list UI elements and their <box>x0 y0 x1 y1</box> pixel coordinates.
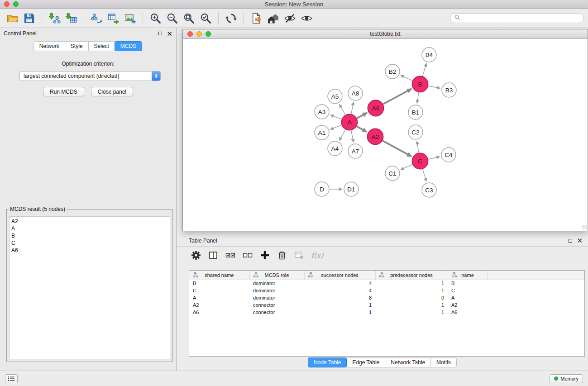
table-row[interactable]: A2connector11A2 <box>189 301 584 309</box>
first-neighbors-button[interactable] <box>265 10 282 27</box>
run-mcds-button[interactable]: Run MCDS <box>43 87 84 96</box>
edge-C-C2[interactable] <box>417 141 419 153</box>
delete-column-button[interactable] <box>277 250 287 261</box>
node-C[interactable]: C <box>412 153 428 169</box>
cell[interactable]: A6 <box>189 309 249 316</box>
edge-A-A5[interactable] <box>339 104 345 115</box>
node-A4[interactable]: A4 <box>328 141 342 156</box>
edge-A-A2[interactable] <box>357 126 367 132</box>
node-A8[interactable]: A8 <box>348 86 363 100</box>
float-table-panel-icon[interactable] <box>569 239 572 243</box>
node-table-grid[interactable]: shared nameMCDS rolesuccessor nodesprede… <box>189 271 584 316</box>
node-B3[interactable]: B3 <box>442 83 456 97</box>
edge-B-B2[interactable] <box>401 75 412 81</box>
toggle-columns-button[interactable] <box>208 250 219 261</box>
show-details-button[interactable] <box>298 10 315 27</box>
cell[interactable]: connector <box>249 309 304 316</box>
cell[interactable]: A2 <box>189 301 249 309</box>
table-row[interactable]: A6connector11A6 <box>189 309 584 316</box>
edge-A2-C[interactable] <box>382 141 411 157</box>
cell[interactable]: A2 <box>448 301 488 309</box>
node-A[interactable]: A <box>342 114 358 130</box>
column-header-predecessor-nodes[interactable]: predecessor nodes <box>375 271 448 280</box>
network-window-titlebar[interactable]: testGlobe.txt <box>183 29 588 39</box>
node-B4[interactable]: B4 <box>422 48 436 62</box>
cell[interactable]: 4 <box>304 280 375 287</box>
cell[interactable]: 1 <box>375 287 448 294</box>
node-table[interactable]: shared nameMCDS rolesuccessor nodesprede… <box>189 270 585 357</box>
tab-style[interactable]: Style <box>65 41 89 51</box>
import-network-button[interactable] <box>46 10 63 27</box>
cell[interactable]: 1 <box>304 301 375 309</box>
close-window-button[interactable] <box>4 1 10 7</box>
cell[interactable]: A6 <box>448 309 488 316</box>
node-B1[interactable]: B1 <box>408 105 423 119</box>
network-close-button[interactable] <box>187 31 193 37</box>
edge-B-B1[interactable] <box>417 92 419 103</box>
node-B2[interactable]: B2 <box>385 64 400 79</box>
cell[interactable]: 1 <box>375 301 448 309</box>
cell[interactable]: A <box>448 294 488 301</box>
edge-B-B4[interactable] <box>422 63 426 76</box>
node-A6[interactable]: A6 <box>368 100 384 116</box>
column-header-mcds-role[interactable]: MCDS role <box>249 271 304 280</box>
node-D[interactable]: D <box>315 182 329 196</box>
tab-select[interactable]: Select <box>88 41 115 51</box>
export-network-button[interactable] <box>88 10 105 27</box>
edge-A-A3[interactable] <box>330 115 342 119</box>
function-builder-button[interactable]: f(x) <box>311 250 323 261</box>
criterion-dropdown[interactable]: largest connected component (directed) <box>19 71 161 81</box>
node-C3[interactable]: C3 <box>422 183 436 197</box>
save-session-button[interactable] <box>21 10 38 27</box>
cell[interactable]: B <box>189 280 249 287</box>
mcds-result-list[interactable]: A2ABCA6 <box>9 216 170 359</box>
cell[interactable]: dominator <box>249 287 304 294</box>
edge-C-C1[interactable] <box>401 165 412 170</box>
edge-A-A4[interactable] <box>339 129 345 140</box>
select-all-button[interactable] <box>225 250 236 261</box>
mcds-result-item[interactable]: A6 <box>11 247 168 254</box>
deselect-all-button[interactable] <box>242 250 253 261</box>
edge-C-C3[interactable] <box>423 169 427 181</box>
cell[interactable]: 1 <box>375 309 448 316</box>
cell[interactable]: C <box>189 287 249 294</box>
export-table-button[interactable] <box>105 10 122 27</box>
edge-B-B3[interactable] <box>428 86 440 88</box>
zoom-selected-button[interactable] <box>197 10 214 27</box>
task-history-button[interactable] <box>5 374 18 383</box>
refresh-layout-button[interactable] <box>223 10 239 27</box>
table-row[interactable]: Adominator80A <box>189 294 584 301</box>
zoom-out-button[interactable] <box>164 10 181 27</box>
add-column-button[interactable] <box>259 250 270 261</box>
node-C1[interactable]: C1 <box>385 166 400 181</box>
mcds-result-item[interactable]: C <box>11 239 168 247</box>
cell[interactable]: 0 <box>375 294 448 301</box>
network-canvas[interactable]: B4B2BB3A5A8A6B1A3AC2A1A2A4A7C4CC1C3DD1 <box>183 39 588 231</box>
import-table-button[interactable] <box>63 10 80 27</box>
memory-button[interactable]: Memory <box>550 374 583 383</box>
close-table-panel-icon[interactable]: ✕ <box>577 237 583 244</box>
node-C2[interactable]: C2 <box>408 125 423 139</box>
cell[interactable]: B <box>448 280 488 287</box>
column-header-successor-nodes[interactable]: successor nodes <box>304 271 375 280</box>
search-box[interactable] <box>450 13 584 23</box>
cell[interactable]: C <box>448 287 488 294</box>
cell[interactable]: 1 <box>304 309 375 316</box>
tab-node-table[interactable]: Node Table <box>308 357 347 367</box>
mcds-result-item[interactable]: A <box>11 225 168 232</box>
node-A3[interactable]: A3 <box>315 105 329 119</box>
node-A5[interactable]: A5 <box>328 89 342 104</box>
node-A7[interactable]: A7 <box>348 144 363 158</box>
zoom-window-button[interactable] <box>13 1 19 7</box>
column-header-shared-name[interactable]: shared name <box>189 271 249 280</box>
document-arrow-button[interactable] <box>248 10 265 27</box>
tab-edge-table[interactable]: Edge Table <box>346 357 385 367</box>
edge-A6-B[interactable] <box>383 89 411 104</box>
column-header-name[interactable]: name <box>448 271 488 280</box>
cell[interactable]: connector <box>249 301 304 309</box>
cell[interactable]: 4 <box>304 287 375 294</box>
edge-A-A8[interactable] <box>351 102 354 114</box>
table-row[interactable]: Bdominator41B <box>189 280 584 287</box>
node-D1[interactable]: D1 <box>344 182 359 196</box>
cell[interactable]: dominator <box>249 280 304 287</box>
